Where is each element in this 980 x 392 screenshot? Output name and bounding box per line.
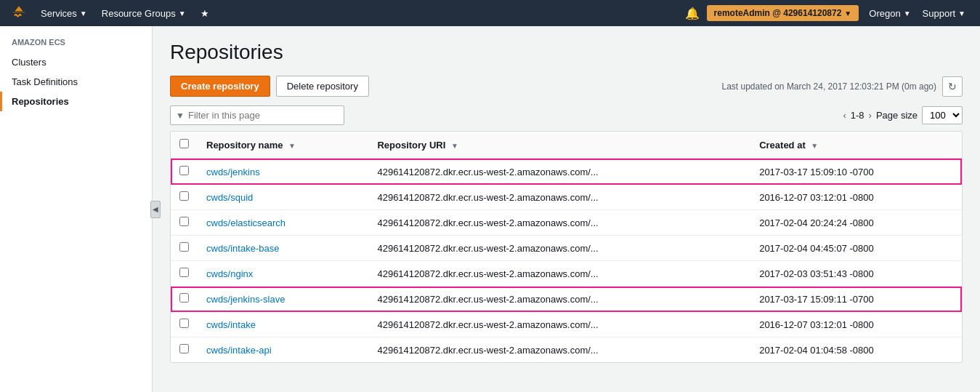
sidebar-collapse-button[interactable]: ◀ <box>150 201 161 218</box>
repositories-table-container: Repository name ▼ Repository URI ▼ Creat… <box>170 131 963 363</box>
region-chevron-icon: ▼ <box>904 9 911 17</box>
select-all-header <box>171 132 198 159</box>
delete-repository-button[interactable]: Delete repository <box>276 76 369 97</box>
repo-uri: 429614120872.dkr.ecr.us-west-2.amazonaws… <box>368 337 750 363</box>
page-size-select[interactable]: 100 50 25 <box>922 106 963 124</box>
filter-row: ▼ ‹ 1-8 › Page size 100 50 25 <box>170 105 963 125</box>
sort-name-icon: ▼ <box>288 142 296 150</box>
sidebar: Amazon ECS ClustersTask DefinitionsRepos… <box>0 26 153 392</box>
support-menu[interactable]: Support ▼ <box>917 8 971 19</box>
table-row: cwds/jenkins429614120872.dkr.ecr.us-west… <box>171 159 962 185</box>
repo-link-cwds/intake-base[interactable]: cwds/intake-base <box>206 243 279 254</box>
repo-link-cwds/intake-api[interactable]: cwds/intake-api <box>206 345 272 356</box>
resource-groups-chevron-icon: ▼ <box>179 9 186 17</box>
resource-groups-nav[interactable]: Resource Groups ▼ <box>94 0 193 26</box>
table-row: cwds/intake-api429614120872.dkr.ecr.us-w… <box>171 337 962 363</box>
select-all-checkbox[interactable] <box>179 139 189 148</box>
repo-link-cwds/jenkins[interactable]: cwds/jenkins <box>206 167 260 177</box>
row-checkbox-cwds/squid[interactable] <box>179 191 189 201</box>
toolbar: Create repository Delete repository Last… <box>170 76 963 97</box>
table-row: cwds/jenkins-slave429614120872.dkr.ecr.u… <box>171 287 962 312</box>
repo-uri: 429614120872.dkr.ecr.us-west-2.amazonaws… <box>368 159 750 185</box>
create-repository-button[interactable]: Create repository <box>170 76 270 97</box>
region-selector[interactable]: Oregon ▼ <box>863 8 916 19</box>
row-checkbox-cwds/intake[interactable] <box>179 319 189 328</box>
table-row: cwds/intake429614120872.dkr.ecr.us-west-… <box>171 312 962 337</box>
repo-link-cwds/squid[interactable]: cwds/squid <box>206 192 253 203</box>
support-chevron-icon: ▼ <box>958 9 965 17</box>
page-range: 1-8 <box>851 110 864 121</box>
repo-uri: 429614120872.dkr.ecr.us-west-2.amazonaws… <box>368 210 750 236</box>
sidebar-item-task-definitions[interactable]: Task Definitions <box>0 72 152 92</box>
favorites-nav[interactable]: ★ <box>193 0 216 26</box>
star-icon: ★ <box>201 8 209 19</box>
sort-created-icon: ▼ <box>811 142 818 150</box>
pagination: ‹ 1-8 › Page size 100 50 25 <box>843 106 963 124</box>
filter-input[interactable] <box>170 105 344 125</box>
repo-created: 2017-02-04 04:45:07 -0800 <box>750 236 962 261</box>
row-checkbox-cwds/elasticsearch[interactable] <box>179 217 189 226</box>
repo-link-cwds/nginx[interactable]: cwds/nginx <box>206 268 253 279</box>
repo-created: 2016-12-07 03:12:01 -0800 <box>750 312 962 337</box>
top-navigation: Services ▼ Resource Groups ▼ ★ 🔔 remoteA… <box>0 0 980 26</box>
user-chevron-icon: ▼ <box>844 9 851 17</box>
repo-created: 2017-02-04 01:04:58 -0800 <box>750 337 962 363</box>
services-chevron-icon: ▼ <box>80 9 87 17</box>
prev-page-button[interactable]: ‹ <box>843 110 846 121</box>
repositories-table: Repository name ▼ Repository URI ▼ Creat… <box>171 132 962 362</box>
page-title: Repositories <box>170 41 963 64</box>
repo-created: 2016-12-07 03:12:01 -0800 <box>750 185 962 210</box>
row-checkbox-cwds/nginx[interactable] <box>179 268 189 277</box>
row-checkbox-cwds/jenkins-slave[interactable] <box>179 293 189 303</box>
table-row: cwds/squid429614120872.dkr.ecr.us-west-2… <box>171 185 962 210</box>
repo-link-cwds/jenkins-slave[interactable]: cwds/jenkins-slave <box>206 294 285 305</box>
filter-icon: ▼ <box>176 111 185 121</box>
table-row: cwds/elasticsearch429614120872.dkr.ecr.u… <box>171 210 962 236</box>
row-checkbox-cwds/intake-api[interactable] <box>179 344 189 353</box>
services-nav[interactable]: Services ▼ <box>33 0 94 26</box>
table-row: cwds/nginx429614120872.dkr.ecr.us-west-2… <box>171 261 962 287</box>
next-page-button[interactable]: › <box>869 110 872 121</box>
repo-created: 2017-02-04 20:24:24 -0800 <box>750 210 962 236</box>
repo-uri: 429614120872.dkr.ecr.us-west-2.amazonaws… <box>368 185 750 210</box>
repo-link-cwds/elasticsearch[interactable]: cwds/elasticsearch <box>206 217 286 228</box>
notifications-bell[interactable]: 🔔 <box>678 7 707 20</box>
table-row: cwds/intake-base429614120872.dkr.ecr.us-… <box>171 236 962 261</box>
main-content: Repositories Create repository Delete re… <box>153 26 980 392</box>
col-header-created[interactable]: Created at ▼ <box>750 132 962 159</box>
repo-created: 2017-02-03 03:51:43 -0800 <box>750 261 962 287</box>
sidebar-section-title: Amazon ECS <box>0 38 152 52</box>
bell-icon: 🔔 <box>685 7 700 20</box>
last-updated-text: Last updated on March 24, 2017 12:03:21 … <box>721 81 936 92</box>
filter-wrapper: ▼ <box>170 105 344 125</box>
page-size-label: Page size <box>876 110 918 121</box>
repo-uri: 429614120872.dkr.ecr.us-west-2.amazonaws… <box>368 312 750 337</box>
refresh-icon: ↻ <box>948 81 957 92</box>
col-header-name[interactable]: Repository name ▼ <box>198 132 368 159</box>
aws-logo[interactable] <box>9 2 29 25</box>
repo-uri: 429614120872.dkr.ecr.us-west-2.amazonaws… <box>368 287 750 312</box>
repo-created: 2017-03-17 15:09:11 -0700 <box>750 287 962 312</box>
col-header-uri[interactable]: Repository URI ▼ <box>368 132 750 159</box>
sort-uri-icon: ▼ <box>451 142 458 150</box>
table-header-row: Repository name ▼ Repository URI ▼ Creat… <box>171 132 962 159</box>
user-menu[interactable]: remoteAdmin @ 429614120872 ▼ <box>707 5 859 21</box>
refresh-button[interactable]: ↻ <box>942 76 963 97</box>
page-layout: Amazon ECS ClustersTask DefinitionsRepos… <box>0 26 980 392</box>
row-checkbox-cwds/jenkins[interactable] <box>179 166 189 175</box>
row-checkbox-cwds/intake-base[interactable] <box>179 242 189 252</box>
repo-uri: 429614120872.dkr.ecr.us-west-2.amazonaws… <box>368 236 750 261</box>
repo-uri: 429614120872.dkr.ecr.us-west-2.amazonaws… <box>368 261 750 287</box>
repo-created: 2017-03-17 15:09:10 -0700 <box>750 159 962 185</box>
sidebar-item-clusters[interactable]: Clusters <box>0 52 152 72</box>
sidebar-item-repositories[interactable]: Repositories <box>0 92 152 111</box>
repo-link-cwds/intake[interactable]: cwds/intake <box>206 319 256 330</box>
